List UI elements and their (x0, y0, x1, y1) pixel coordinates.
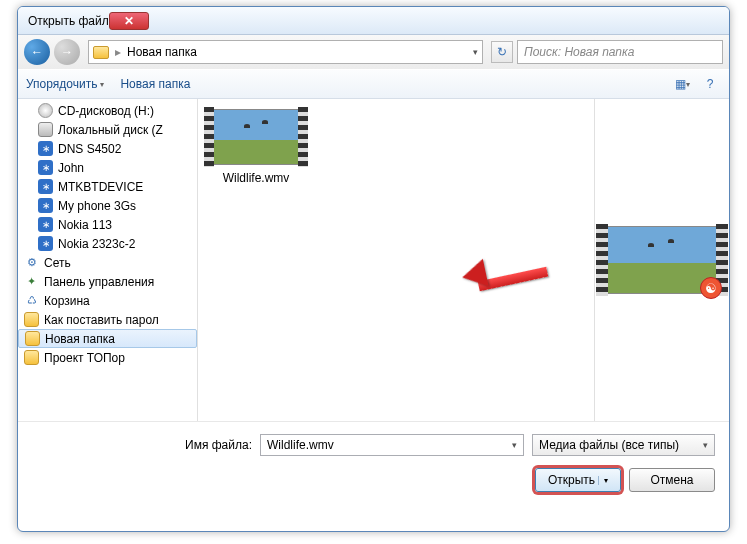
tree-item[interactable]: ∗John (18, 158, 197, 177)
decorative (668, 239, 674, 243)
decorative (648, 243, 654, 247)
new-folder-button[interactable]: Новая папка (120, 77, 190, 91)
arrow-left-icon: ← (31, 45, 43, 59)
open-file-dialog: Открыть файл ✕ ← → ▸ Новая папка ▾ ↻ Пои… (17, 6, 730, 532)
chevron-down-icon: ▾ (686, 80, 690, 89)
tree-item-label: Панель управления (44, 275, 154, 289)
bin-icon: ♺ (24, 293, 39, 308)
tree-item[interactable]: Новая папка (18, 329, 197, 348)
tree-item-label: John (58, 161, 84, 175)
chevron-down-icon[interactable]: ▾ (598, 476, 608, 485)
file-list[interactable]: Wildlife.wmv (198, 99, 594, 421)
body-area: CD-дисковод (H:)Локальный диск (Z∗DNS S4… (18, 99, 729, 421)
grid-icon: ▦ (675, 77, 686, 91)
tree-item[interactable]: ∗My phone 3Gs (18, 196, 197, 215)
tree-item-label: Проект ТОПор (44, 351, 125, 365)
folder-icon (93, 46, 109, 59)
tree-item[interactable]: ∗Nokia 2323c-2 (18, 234, 197, 253)
cancel-button[interactable]: Отмена (629, 468, 715, 492)
refresh-icon: ↻ (497, 45, 507, 59)
chevron-down-icon[interactable]: ▾ (512, 440, 517, 450)
folder-icon (25, 331, 40, 346)
disc-icon (38, 103, 53, 118)
file-name: Wildlife.wmv (208, 171, 304, 185)
bt-icon: ∗ (38, 160, 53, 175)
tree-item-label: Новая папка (45, 332, 115, 346)
film-strip-icon (298, 107, 308, 167)
tree-item[interactable]: Проект ТОПор (18, 348, 197, 367)
breadcrumb-current: Новая папка (127, 45, 197, 59)
organize-menu[interactable]: Упорядочить ▾ (26, 77, 104, 91)
tree-item[interactable]: ∗Nokia 113 (18, 215, 197, 234)
chevron-down-icon: ▾ (100, 80, 104, 89)
filename-value: Wildlife.wmv (267, 438, 334, 452)
breadcrumb[interactable]: ▸ Новая папка ▾ (88, 40, 483, 64)
tree-item-label: Корзина (44, 294, 90, 308)
tree-item[interactable]: CD-дисковод (H:) (18, 101, 197, 120)
nav-back-button[interactable]: ← (24, 39, 50, 65)
filename-label: Имя файла: (32, 438, 252, 452)
file-type-filter[interactable]: Медиа файлы (все типы) ▾ (532, 434, 715, 456)
app-badge-icon: ☯ (700, 277, 722, 299)
window-title: Открыть файл (28, 14, 109, 28)
search-placeholder: Поиск: Новая папка (524, 45, 634, 59)
tree-item-label: Nokia 113 (58, 218, 112, 232)
drive-icon (38, 122, 53, 137)
tree-item[interactable]: Локальный диск (Z (18, 120, 197, 139)
net-icon: ⚙ (24, 255, 39, 270)
decorative (244, 124, 250, 128)
footer: Имя файла: Wildlife.wmv ▾ Медиа файлы (в… (18, 421, 729, 506)
folder-icon (24, 350, 39, 365)
film-strip-icon (204, 107, 214, 167)
cancel-label: Отмена (650, 473, 693, 487)
file-type-label: Медиа файлы (все типы) (539, 438, 679, 452)
bt-icon: ∗ (38, 198, 53, 213)
tree-item[interactable]: ⚙Сеть (18, 253, 197, 272)
tree-item[interactable]: ∗MTKBTDEVICE (18, 177, 197, 196)
search-input[interactable]: Поиск: Новая папка (517, 40, 723, 64)
open-label: Открыть (548, 473, 595, 487)
toolbar: Упорядочить ▾ Новая папка ▦ ▾ ? (18, 69, 729, 99)
preview-thumbnail: ☯ (607, 226, 717, 294)
help-button[interactable]: ? (699, 74, 721, 94)
folder-tree[interactable]: CD-дисковод (H:)Локальный диск (Z∗DNS S4… (18, 99, 198, 421)
tree-item[interactable]: ✦Панель управления (18, 272, 197, 291)
tree-item-label: CD-дисковод (H:) (58, 104, 154, 118)
bt-icon: ∗ (38, 236, 53, 251)
titlebar: Открыть файл ✕ (18, 7, 729, 35)
bt-icon: ∗ (38, 217, 53, 232)
nav-forward-button: → (54, 39, 80, 65)
bt-icon: ∗ (38, 179, 53, 194)
tree-item-label: MTKBTDEVICE (58, 180, 143, 194)
help-icon: ? (707, 77, 714, 91)
tree-item-label: DNS S4502 (58, 142, 121, 156)
close-icon: ✕ (124, 14, 134, 28)
chevron-down-icon[interactable]: ▾ (473, 47, 478, 57)
tree-item-label: My phone 3Gs (58, 199, 136, 213)
folder-icon (24, 312, 39, 327)
view-mode-button[interactable]: ▦ ▾ (671, 74, 693, 94)
preview-pane: ☯ (594, 99, 729, 421)
open-button[interactable]: Открыть ▾ (535, 468, 621, 492)
file-item[interactable]: Wildlife.wmv (208, 109, 304, 185)
film-strip-icon (596, 224, 608, 296)
tree-item-label: Как поставить парол (44, 313, 159, 327)
tree-item-label: Nokia 2323c-2 (58, 237, 135, 251)
close-button[interactable]: ✕ (109, 12, 149, 30)
video-thumbnail (213, 109, 299, 165)
refresh-button[interactable]: ↻ (491, 41, 513, 63)
tree-item[interactable]: ♺Корзина (18, 291, 197, 310)
filename-input[interactable]: Wildlife.wmv ▾ (260, 434, 524, 456)
chevron-down-icon: ▾ (703, 440, 708, 450)
tree-item[interactable]: Как поставить парол (18, 310, 197, 329)
annotation-arrow (458, 267, 548, 291)
cp-icon: ✦ (24, 274, 39, 289)
tree-item-label: Локальный диск (Z (58, 123, 163, 137)
tree-item-label: Сеть (44, 256, 71, 270)
decorative (262, 120, 268, 124)
arrow-right-icon: → (61, 45, 73, 59)
organize-label: Упорядочить (26, 77, 97, 91)
bt-icon: ∗ (38, 141, 53, 156)
nav-bar: ← → ▸ Новая папка ▾ ↻ Поиск: Новая папка (18, 35, 729, 69)
tree-item[interactable]: ∗DNS S4502 (18, 139, 197, 158)
